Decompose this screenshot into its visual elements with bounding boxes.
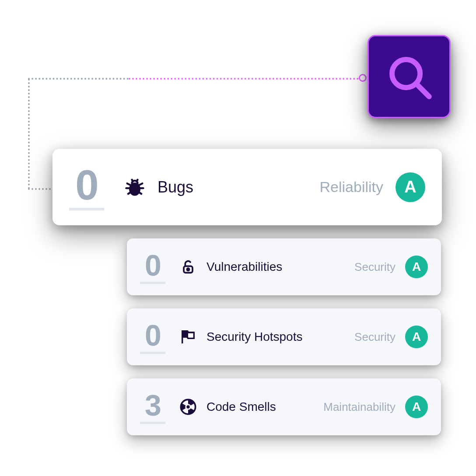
svg-point-17: [186, 405, 189, 408]
connector-node: [359, 74, 367, 82]
grade-badge: A: [405, 396, 428, 418]
unlock-icon: [179, 258, 197, 276]
metric-category: Reliability: [320, 178, 384, 196]
metric-count: 0: [69, 164, 104, 210]
metric-count: 3: [140, 390, 165, 424]
bug-icon: [123, 176, 146, 199]
connector-gray: [28, 78, 129, 80]
metric-category: Security: [354, 330, 396, 344]
metric-label: Vulnerabilities: [206, 260, 282, 274]
svg-line-6: [139, 183, 143, 185]
metric-category: Security: [354, 260, 396, 274]
metric-label: Security Hotspots: [206, 330, 302, 344]
flag-icon: [179, 328, 197, 346]
metric-label: Bugs: [158, 178, 193, 196]
grade-badge: A: [405, 256, 428, 278]
connector-pink: [129, 78, 362, 80]
metric-count: 0: [140, 250, 165, 284]
metric-card-vulnerabilities[interactable]: 0 Vulnerabilities Security A: [127, 238, 441, 295]
metric-card-code-smells[interactable]: 3 Code Smells Maintainability A: [127, 378, 441, 435]
connector-vertical: [28, 79, 30, 189]
svg-line-5: [127, 183, 131, 185]
svg-line-9: [132, 179, 133, 181]
connector-end: [28, 188, 54, 190]
metric-category: Maintainability: [323, 400, 396, 414]
metric-label: Code Smells: [206, 400, 276, 414]
metric-count: 0: [140, 320, 165, 354]
svg-line-10: [136, 179, 137, 181]
metric-card-bugs[interactable]: 0 Bugs Reliability A: [52, 149, 442, 225]
radiation-icon: [179, 398, 197, 416]
search-tile[interactable]: [368, 35, 451, 118]
svg-line-1: [417, 84, 429, 97]
grade-badge: A: [396, 172, 425, 202]
svg-point-12: [187, 268, 189, 270]
grade-badge: A: [405, 326, 428, 348]
search-icon: [385, 52, 433, 101]
metric-card-security-hotspots[interactable]: 0 Security Hotspots Security A: [127, 308, 441, 365]
